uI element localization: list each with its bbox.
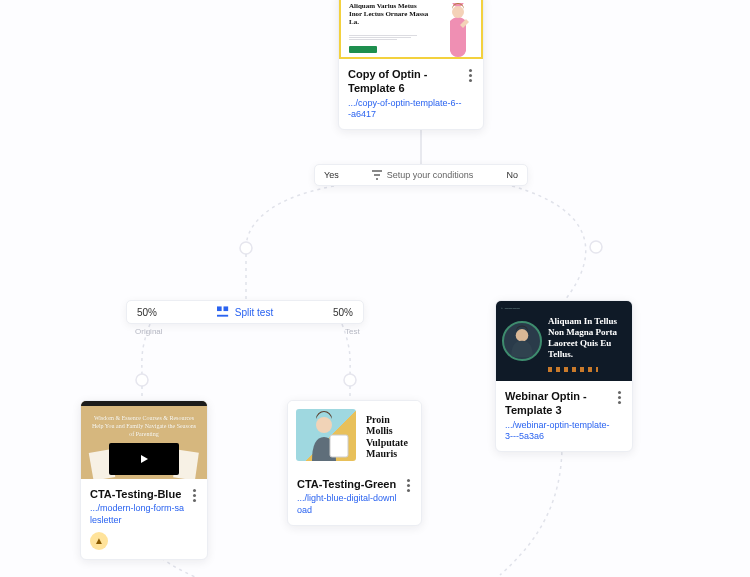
kebab-menu-icon[interactable]: [402, 478, 414, 492]
node-url[interactable]: .../webinar-optin-template-3---5a3a6: [505, 420, 623, 443]
svg-rect-10: [217, 315, 228, 317]
node-title: Copy of Optin - Template 6: [348, 67, 474, 96]
svg-point-13: [516, 329, 529, 342]
node-url[interactable]: .../modern-long-form-salesletter: [90, 503, 198, 526]
svg-rect-5: [372, 170, 382, 172]
thumb-heading: Wisdom & Essence Courses & Resources Hel…: [81, 415, 207, 438]
node-thumbnail: ◦ ──── Aliquam In Tellus Non Magna Porta…: [496, 301, 632, 381]
node-thumbnail: Proin Mollis Vulputate Mauris: [288, 401, 421, 469]
svg-point-2: [136, 374, 148, 386]
warning-badge-icon: ▲: [90, 532, 108, 550]
svg-rect-7: [376, 178, 378, 180]
person-illustration: [296, 409, 356, 461]
svg-point-3: [344, 374, 356, 386]
node-cta-testing-blue[interactable]: Wisdom & Essence Courses & Resources Hel…: [80, 400, 208, 560]
avatar-icon: [504, 321, 540, 359]
split-right-pct: 50%: [333, 307, 353, 318]
svg-rect-12: [330, 435, 348, 457]
thumb-heading: Aliquam In Tellus Non Magna Porta Laoree…: [548, 316, 622, 359]
kebab-menu-icon[interactable]: [613, 390, 625, 404]
split-center-label: Split test: [235, 307, 273, 318]
split-left-pct: 50%: [137, 307, 157, 318]
condition-node[interactable]: Yes Setup your conditions No: [314, 164, 528, 186]
condition-no-label: No: [506, 170, 518, 180]
node-title: Webinar Optin - Template 3: [505, 389, 623, 418]
svg-rect-9: [223, 306, 228, 311]
split-test-icon: [217, 306, 230, 318]
condition-yes-label: Yes: [324, 170, 339, 180]
node-copy-of-optin[interactable]: Aliquam Varius Metus Inor Lectus Ornare …: [338, 0, 484, 130]
svg-rect-8: [217, 306, 222, 311]
kebab-menu-icon[interactable]: [464, 68, 476, 82]
svg-point-1: [590, 241, 602, 253]
node-title: CTA-Testing-Green: [297, 477, 412, 491]
node-url[interactable]: .../light-blue-digital-download: [297, 493, 412, 516]
node-title: CTA-Testing-Blue: [90, 487, 198, 501]
node-webinar-optin[interactable]: ◦ ──── Aliquam In Tellus Non Magna Porta…: [495, 300, 633, 452]
svg-point-11: [316, 417, 332, 433]
split-right-sublabel: Test: [345, 327, 360, 336]
thumb-heading: Proin Mollis Vulputate Mauris: [366, 414, 413, 460]
node-url[interactable]: .../copy-of-optin-template-6---a6417: [348, 98, 474, 121]
node-thumbnail: Aliquam Varius Metus Inor Lectus Ornare …: [339, 0, 483, 59]
svg-rect-6: [374, 174, 380, 176]
condition-center-label: Setup your conditions: [387, 170, 474, 180]
filter-icon: [372, 170, 382, 180]
svg-point-0: [240, 242, 252, 254]
kebab-menu-icon[interactable]: [188, 488, 200, 502]
split-test-node[interactable]: 50% Split test 50%: [126, 300, 364, 324]
play-icon: [141, 455, 148, 463]
split-left-sublabel: Original: [135, 327, 163, 336]
thumb-heading: Aliquam Varius Metus Inor Lectus Ornare …: [349, 2, 429, 26]
person-illustration: [438, 3, 478, 57]
svg-point-4: [452, 6, 464, 18]
node-cta-testing-green[interactable]: Proin Mollis Vulputate Mauris CTA-Testin…: [287, 400, 422, 526]
node-thumbnail: Wisdom & Essence Courses & Resources Hel…: [81, 401, 207, 479]
